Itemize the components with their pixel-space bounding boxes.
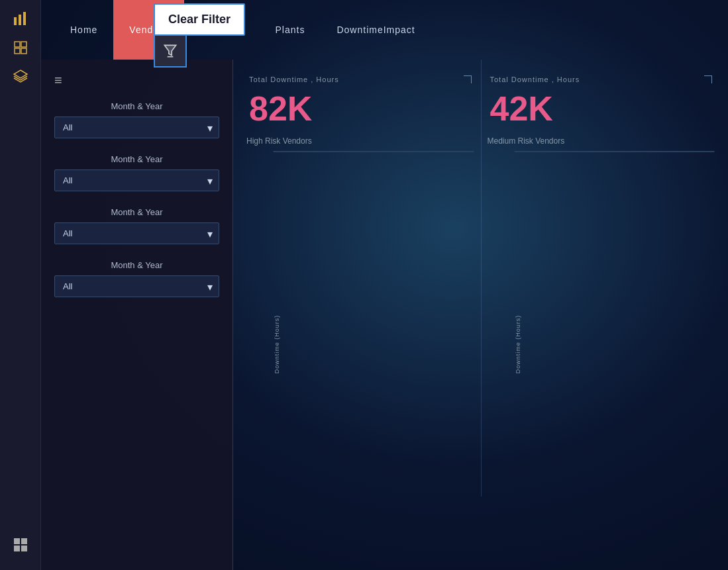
right-stat-value: 42K [490, 89, 713, 128]
right-scatter-canvas [537, 152, 708, 152]
nav-downtime-impact[interactable]: DowntimeImpact [321, 0, 431, 60]
right-chart-section: Total Downtime , Hours 42K Medium Risk V… [488, 73, 715, 557]
bar-chart-icon[interactable] [9, 7, 32, 30]
select-wrapper-1: All [54, 117, 219, 138]
left-risk-label: High Risk Vendors [246, 136, 474, 146]
grid-icon[interactable] [9, 36, 32, 60]
svg-rect-0 [14, 17, 17, 25]
svg-rect-9 [21, 538, 27, 544]
svg-rect-10 [14, 546, 20, 551]
filter-group-2: Month & Year All [54, 154, 219, 191]
filter-label-3: Month & Year [54, 207, 219, 217]
left-stat-label: Total Downtime , Hours [249, 75, 472, 83]
select-wrapper-2: All [54, 169, 219, 191]
filter-label-1: Month & Year [54, 101, 219, 111]
filter-group-4: Month & Year All [54, 260, 219, 297]
left-scatter-container: Total Defects [273, 151, 474, 152]
stat-corner-tr-left [464, 75, 472, 83]
svg-rect-6 [21, 48, 26, 54]
filter-panel: ≡ Month & Year All Month & Year All Mont… [41, 60, 233, 570]
select-wrapper-4: All [54, 275, 219, 297]
clear-filter-tooltip: Clear Filter [154, 3, 245, 36]
svg-rect-1 [19, 15, 21, 25]
windows-icon[interactable] [9, 533, 32, 557]
nav-home[interactable]: Home [54, 0, 113, 60]
left-stat-value: 82K [249, 89, 472, 128]
clear-filter-container: Clear Filter [154, 3, 245, 68]
left-chart-section: Total Downtime , Hours 82K High Risk Ven… [246, 73, 474, 557]
left-scatter-canvas [293, 152, 474, 152]
svg-rect-4 [21, 42, 26, 47]
select-wrapper-3: All [54, 222, 219, 244]
filter-group-1: Month & Year All [54, 101, 219, 138]
filter-label-2: Month & Year [54, 154, 219, 164]
svg-rect-11 [21, 546, 27, 551]
left-chart-wrapper: Total Defects Downtime (Hours) [273, 151, 474, 537]
right-stat-label: Total Downtime , Hours [490, 75, 713, 83]
left-y-axis-label: Downtime (Hours) [274, 314, 280, 373]
nav-plants[interactable]: Plants [260, 0, 321, 60]
filter-select-2[interactable]: All [54, 169, 219, 191]
filter-group-3: Month & Year All [54, 207, 219, 244]
filter-select-1[interactable]: All [54, 117, 219, 138]
left-stat-box: Total Downtime , Hours 82K [246, 73, 474, 134]
left-sidebar [0, 0, 41, 570]
svg-rect-3 [15, 42, 20, 47]
svg-rect-2 [23, 12, 26, 25]
filter-icon [162, 42, 179, 60]
right-scatter-container: 400 380 360 340 320 300 280 260 240 220 … [514, 151, 715, 152]
layers-icon[interactable] [9, 65, 32, 89]
right-chart-wrapper: 400 380 360 340 320 300 280 260 240 220 … [514, 151, 715, 537]
filter-label-4: Month & Year [54, 260, 219, 270]
svg-rect-5 [15, 48, 20, 54]
svg-rect-8 [14, 538, 20, 544]
hamburger-menu[interactable]: ≡ [54, 73, 219, 88]
clear-filter-button[interactable] [154, 34, 187, 68]
main-area: Home Vendors Materials Plants DowntimeIm… [41, 0, 728, 570]
right-stat-box: Total Downtime , Hours 42K [488, 73, 715, 134]
right-risk-label: Medium Risk Vendors [488, 136, 715, 146]
stat-corner-tr-right [704, 75, 712, 83]
filter-select-4[interactable]: All [54, 275, 219, 297]
nav-bar: Home Vendors Materials Plants DowntimeIm… [41, 0, 728, 60]
filter-select-3[interactable]: All [54, 222, 219, 244]
chart-divider [481, 60, 482, 497]
right-y-axis-label: Downtime (Hours) [515, 314, 521, 373]
